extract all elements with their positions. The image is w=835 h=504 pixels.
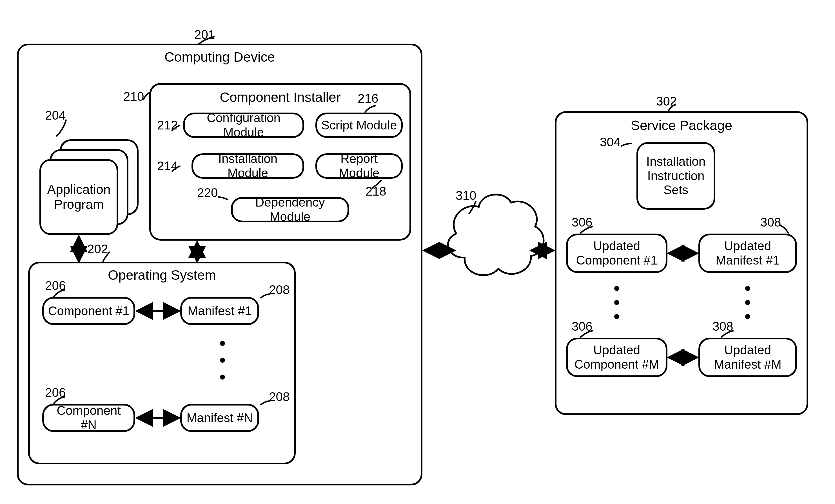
ref-206-b: 206 <box>45 385 66 400</box>
ref-210: 210 <box>123 89 144 104</box>
diagram-root: Computing Device 201 Application Program… <box>0 0 835 504</box>
updated-component-m: Updated Component #M <box>566 338 668 377</box>
updated-manifest-m: Updated Manifest #M <box>698 338 797 377</box>
ref-204: 204 <box>45 108 66 122</box>
ref-202: 202 <box>87 242 108 256</box>
computing-device-title: Computing Device <box>146 49 293 65</box>
script-module: Script Module <box>315 112 403 138</box>
ref-218: 218 <box>366 184 386 198</box>
network-label: NETWORK <box>462 245 525 259</box>
ref-306-b: 306 <box>572 319 592 334</box>
manifest-n: Manifest #N <box>180 404 259 432</box>
ref-306-a: 306 <box>572 215 592 229</box>
component-n: Component #N <box>42 404 135 432</box>
network-cloud-icon <box>448 194 544 275</box>
manifest-1: Manifest #1 <box>180 297 259 325</box>
ref-304: 304 <box>600 135 620 149</box>
configuration-module: Configuration Module <box>183 112 304 138</box>
report-module: Report Module <box>315 153 403 179</box>
updated-manifest-1: Updated Manifest #1 <box>698 234 797 273</box>
ref-302: 302 <box>656 94 677 108</box>
ref-308-a: 308 <box>760 215 781 229</box>
service-package-title: Service Package <box>627 118 736 133</box>
ref-201: 201 <box>194 27 215 42</box>
ref-308-b: 308 <box>713 319 733 334</box>
updated-component-1: Updated Component #1 <box>566 234 668 273</box>
operating-system-title: Operating System <box>107 267 217 283</box>
operating-system-box <box>28 262 296 464</box>
ref-216: 216 <box>358 91 378 106</box>
application-program: Application Program <box>39 159 118 235</box>
ref-214: 214 <box>157 159 178 173</box>
ref-310: 310 <box>456 189 476 203</box>
ref-206-a: 206 <box>45 279 66 293</box>
ref-208-b: 208 <box>269 390 289 404</box>
component-installer-title: Component Installer <box>214 89 346 105</box>
ref-220: 220 <box>197 186 218 200</box>
installation-module: Installation Module <box>191 153 304 179</box>
ref-208-a: 208 <box>269 283 289 297</box>
installation-instruction-sets: Installation Instruction Sets <box>636 142 715 210</box>
component-1: Component #1 <box>42 297 135 325</box>
dependency-module: Dependency Module <box>231 197 349 222</box>
ref-212: 212 <box>157 118 178 132</box>
